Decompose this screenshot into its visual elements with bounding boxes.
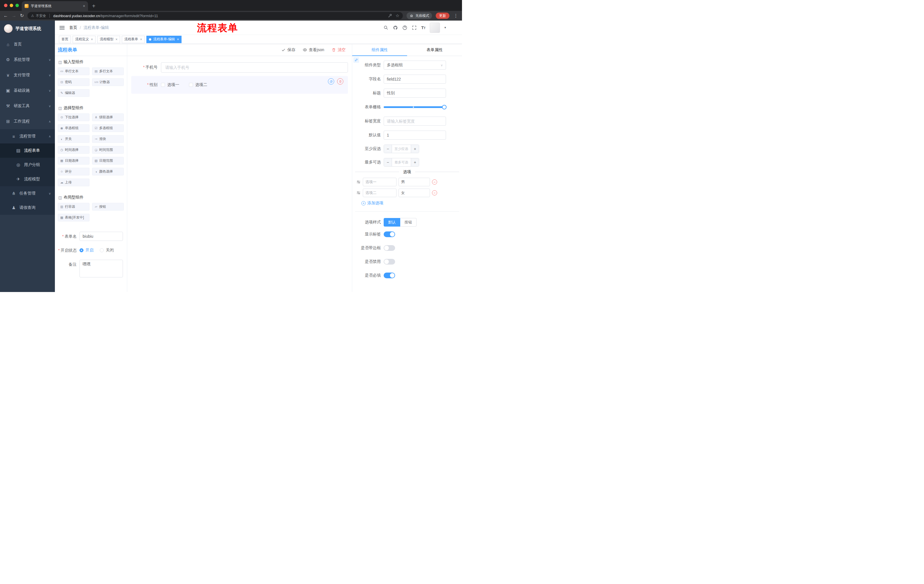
title-input[interactable]	[384, 89, 446, 98]
option-label-input[interactable]	[363, 178, 396, 186]
component-slider[interactable]: ⊸滑块	[92, 135, 124, 143]
component-cascader[interactable]: ⋔级联选择	[92, 114, 124, 121]
min-select-input[interactable]: 至少应选	[392, 145, 411, 153]
form-canvas[interactable]: 手机号 性别 选项一	[127, 56, 352, 292]
drag-handle-icon[interactable]	[356, 180, 361, 184]
user-avatar[interactable]	[430, 23, 440, 33]
security-warning-icon[interactable]: ⚠	[31, 14, 34, 18]
component-multi-line-text[interactable]: ▤多行文本	[92, 67, 124, 75]
tab-form-props[interactable]: 表单属性	[407, 44, 462, 56]
sidebar-item-leave-query[interactable]: ♟ 请假查询	[0, 201, 55, 215]
tag-process-form[interactable]: 流程表单×	[122, 36, 145, 43]
slider-handle[interactable]	[442, 105, 447, 109]
decrease-button[interactable]: −	[384, 158, 392, 166]
component-row-container[interactable]: ▥行容器	[58, 203, 89, 211]
component-upload[interactable]: ☁上传	[58, 179, 89, 186]
breadcrumb-home[interactable]: 首页	[69, 25, 77, 30]
remove-option-button[interactable]: −	[432, 179, 437, 184]
new-tab-button[interactable]: +	[92, 3, 96, 9]
component-time-picker[interactable]: ◷时间选择	[58, 146, 89, 154]
sidebar-item-user-group[interactable]: ◎ 用户分组	[0, 158, 55, 172]
minimize-window-button[interactable]	[10, 4, 13, 7]
delete-widget-button[interactable]	[337, 78, 343, 85]
checkbox-box[interactable]	[161, 83, 165, 87]
grid-slider[interactable]	[384, 102, 446, 112]
component-color-picker[interactable]: ◑颜色选择	[92, 168, 124, 175]
decrease-button[interactable]: −	[384, 145, 392, 153]
status-off-radio[interactable]: 关闭	[100, 248, 114, 253]
sidebar-item-process-form[interactable]: ▤ 流程表单	[0, 143, 55, 158]
default-value-input[interactable]	[384, 131, 446, 140]
component-single-line-text[interactable]: ▭单行文本	[58, 67, 89, 75]
github-icon[interactable]	[393, 25, 398, 30]
increase-button[interactable]: +	[411, 145, 419, 153]
component-button[interactable]: ▱按钮	[92, 203, 124, 211]
component-table[interactable]: ▩表格[开发中]	[58, 214, 89, 221]
disabled-switch[interactable]	[384, 259, 395, 265]
gender-option2-checkbox[interactable]: 选项二	[189, 82, 207, 87]
reload-icon[interactable]: ↻	[20, 13, 24, 18]
tag-home[interactable]: 首页	[59, 36, 71, 43]
form-name-input[interactable]	[79, 232, 123, 241]
close-window-button[interactable]	[4, 4, 7, 7]
phone-field-row[interactable]: 手机号	[131, 62, 348, 72]
tag-process-definition[interactable]: 流程定义×	[73, 36, 96, 43]
gender-option1-checkbox[interactable]: 选项一	[161, 82, 179, 87]
sidebar-item-process-model[interactable]: ✈ 流程模型	[0, 172, 55, 186]
component-checkbox-group[interactable]: ☑多选框组	[92, 124, 124, 132]
field-name-input[interactable]	[384, 74, 446, 84]
sidebar-item-task-management[interactable]: ⋔ 任务管理 ∨	[0, 186, 55, 201]
component-rate[interactable]: ☆评分	[58, 168, 89, 175]
border-switch[interactable]	[384, 245, 395, 251]
slider-track[interactable]	[384, 106, 446, 108]
password-key-icon[interactable]	[388, 13, 392, 18]
component-radio-group[interactable]: ◉单选框组	[58, 124, 89, 132]
component-counter[interactable]: 123计数器	[92, 78, 124, 86]
copy-widget-button[interactable]	[328, 78, 334, 85]
component-select[interactable]: ⊙下拉选择	[58, 114, 89, 121]
component-date-picker[interactable]: ▦日期选择	[58, 157, 89, 165]
component-editor[interactable]: ✎编辑器	[58, 89, 89, 97]
back-icon[interactable]: ←	[3, 13, 8, 18]
url-bar[interactable]: ⚠ 不安全 dashboard.yudao.iocoder.cn/bpm/man…	[28, 12, 403, 20]
update-button[interactable]: 更新	[436, 13, 449, 19]
clear-button[interactable]: 清空	[332, 48, 346, 53]
label-width-input[interactable]	[384, 117, 446, 126]
add-option-button[interactable]: + 添加选项	[361, 201, 462, 206]
tag-process-form-edit[interactable]: 流程表单-编辑×	[146, 36, 182, 43]
save-button[interactable]: 保存	[281, 48, 295, 53]
remove-option-button[interactable]: −	[432, 190, 437, 196]
close-icon[interactable]: ×	[116, 38, 117, 41]
zoom-window-button[interactable]	[15, 4, 19, 7]
tag-process-model[interactable]: 流程模型×	[97, 36, 120, 43]
increase-button[interactable]: +	[411, 158, 419, 166]
show-label-switch[interactable]	[384, 232, 395, 237]
sidebar-item-process-management[interactable]: ≡ 流程管理 ∧	[0, 129, 55, 143]
sidebar-item-devtools[interactable]: ⚒ 研发工具 ∨	[0, 98, 55, 114]
style-button-button[interactable]: 按钮	[400, 218, 417, 227]
avatar-caret-icon[interactable]: ▾	[444, 26, 446, 30]
bookmark-star-icon[interactable]: ☆	[396, 13, 399, 18]
drag-handle-icon[interactable]	[356, 191, 361, 195]
option-value-input[interactable]	[399, 178, 430, 186]
component-switch[interactable]: ◐开关	[58, 135, 89, 143]
tab-close-icon[interactable]: ×	[83, 4, 85, 8]
collapse-sidebar-icon[interactable]	[59, 26, 64, 30]
option-value-input[interactable]	[399, 189, 430, 197]
sidebar-item-payment[interactable]: ¥ 支付管理 ∨	[0, 67, 55, 83]
close-icon[interactable]: ×	[177, 38, 179, 41]
fullscreen-icon[interactable]	[412, 25, 417, 30]
max-select-input[interactable]: 最多可选	[392, 158, 411, 166]
component-time-range[interactable]: ◶时间范围	[92, 146, 124, 154]
status-on-radio[interactable]: 开启	[79, 248, 94, 253]
selected-gender-widget[interactable]: 性别 选项一 选项二	[131, 76, 348, 94]
sidebar-item-infrastructure[interactable]: ▣ 基础设施 ∨	[0, 83, 55, 98]
help-icon[interactable]	[402, 25, 408, 30]
component-password[interactable]: ⊡密码	[58, 78, 89, 86]
link-icon[interactable]	[353, 57, 359, 63]
option-label-input[interactable]	[363, 189, 396, 197]
close-icon[interactable]: ×	[140, 38, 142, 41]
checkbox-box[interactable]	[189, 83, 193, 87]
view-json-button[interactable]: 查看json	[303, 48, 324, 53]
forward-icon[interactable]: →	[12, 13, 16, 18]
